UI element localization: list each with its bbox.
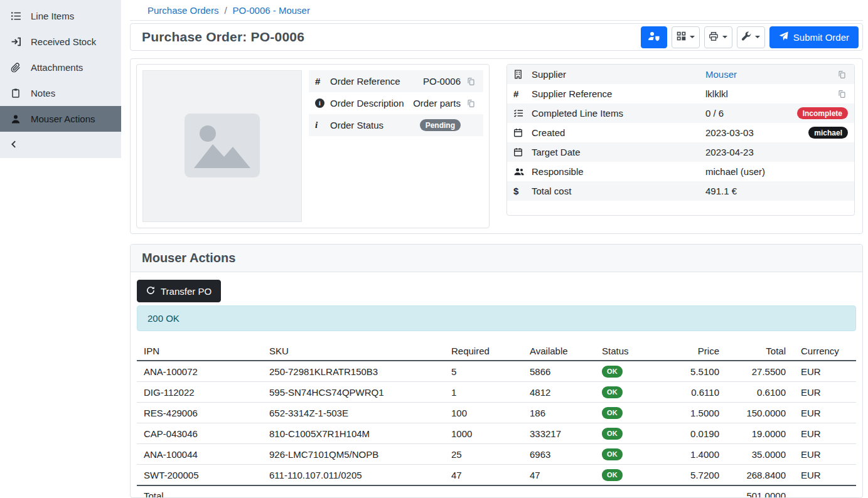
detail-row-order-reference: # Order Reference PO-0006: [309, 70, 483, 92]
status-cell: OK: [595, 444, 664, 465]
table-footer: Total 501.0000: [137, 485, 856, 498]
supplier-link[interactable]: Mouser: [705, 69, 832, 80]
detail-value: michael (user): [705, 166, 842, 177]
ok-badge: OK: [602, 469, 623, 481]
status-cell: OK: [595, 423, 664, 444]
qr-code-icon: [677, 31, 686, 43]
price-cell: 0.6110: [664, 382, 724, 403]
sidebar-item-attachments[interactable]: Attachments: [0, 55, 121, 80]
col-header-price: Price: [664, 342, 724, 361]
user-roles-button[interactable]: [641, 26, 667, 48]
sku-cell: 652-3314Z-1-503E: [262, 403, 444, 423]
detail-row-order-description: i Order Description Order parts: [309, 92, 483, 114]
incomplete-badge: Incomplete: [797, 107, 848, 119]
detail-label: Responsible: [532, 166, 705, 177]
hash-icon: #: [513, 88, 532, 99]
sidebar-item-received-stock[interactable]: Received Stock: [0, 29, 121, 55]
table-row: CAP-043046 810-C1005X7R1H104M 1000 33321…: [137, 423, 856, 444]
required-cell: 5: [444, 361, 523, 382]
main-content: Purchase Orders / PO-0006 - Mouser Purch…: [121, 0, 868, 498]
copy-icon[interactable]: [467, 77, 477, 86]
ok-badge: OK: [602, 366, 623, 378]
detail-row-responsible: Responsible michael (user): [507, 162, 854, 181]
status-cell: OK: [595, 382, 664, 403]
detail-row-completed-line-items: Completed Line Items 0 / 6 Incomplete: [507, 103, 854, 123]
paperclip-icon: [9, 63, 22, 73]
sidebar-item-label: Mouser Actions: [31, 114, 95, 124]
toolbar: Submit Order: [641, 26, 859, 48]
info-circle-icon: i: [315, 98, 330, 108]
status-cell: OK: [595, 465, 664, 486]
order-summary-box: # Order Reference PO-0006 i Order Descri…: [136, 64, 490, 228]
copy-icon[interactable]: [838, 70, 848, 79]
price-cell: 0.0190: [664, 423, 724, 444]
order-details-panel: # Order Reference PO-0006 i Order Descri…: [130, 58, 863, 234]
chevron-down-icon: [722, 36, 727, 38]
sidebar: Line Items Received Stock Attachments No…: [0, 0, 121, 498]
col-header-total: Total: [724, 342, 791, 361]
mouser-actions-panel: Mouser Actions Transfer PO 200 OK: [130, 244, 863, 498]
ipn-cell: ANA-100044: [137, 444, 262, 465]
breadcrumb: Purchase Orders / PO-0006 - Mouser: [130, 0, 863, 21]
paper-plane-icon: [779, 31, 788, 43]
detail-row-supplier-reference: # Supplier Reference lklklkl: [507, 84, 854, 103]
admin-actions-button[interactable]: [737, 26, 765, 48]
breadcrumb-link-purchase-orders[interactable]: Purchase Orders: [147, 5, 218, 16]
ok-badge: OK: [602, 386, 623, 398]
sku-cell: 810-C1005X7R1H104M: [262, 423, 444, 444]
empty-cell: [791, 485, 856, 498]
transfer-po-label: Transfer PO: [161, 286, 212, 297]
breadcrumb-separator: /: [224, 5, 227, 16]
app-root: Line Items Received Stock Attachments No…: [0, 0, 868, 498]
total-cell: 35.0000: [724, 444, 791, 465]
detail-value: lklklkl: [705, 88, 832, 99]
order-detail-table: # Order Reference PO-0006 i Order Descri…: [309, 70, 483, 222]
detail-value: 2023-04-23: [705, 147, 842, 157]
sku-cell: 926-LMC7101QM5/NOPB: [262, 444, 444, 465]
submit-order-label: Submit Order: [793, 32, 849, 43]
barcode-actions-button[interactable]: [672, 26, 700, 48]
copy-icon[interactable]: [838, 90, 848, 98]
ok-badge: OK: [602, 428, 623, 440]
available-cell: 333217: [523, 423, 595, 444]
currency-cell: EUR: [791, 444, 856, 465]
total-row: Total 501.0000: [137, 485, 856, 498]
detail-value: 0 / 6: [705, 108, 791, 119]
sidebar-item-label: Notes: [31, 88, 55, 98]
price-cell: 1.4000: [664, 444, 724, 465]
ipn-cell: DIG-112022: [137, 382, 262, 403]
transfer-po-button[interactable]: Transfer PO: [137, 280, 221, 302]
person-shield-icon: [648, 31, 660, 43]
printer-icon: [709, 31, 719, 43]
print-actions-button[interactable]: [704, 26, 732, 48]
user-icon: [9, 114, 22, 124]
page-header-panel: Purchase Order: PO-0006: [130, 23, 863, 51]
table-row: ANA-100072 250-72981KLRATR150B3 5 5866 O…: [137, 361, 856, 382]
sidebar-item-notes[interactable]: Notes: [0, 80, 121, 106]
detail-label: Order Status: [330, 120, 420, 130]
copy-icon[interactable]: [467, 99, 477, 108]
submit-order-button[interactable]: Submit Order: [769, 26, 859, 48]
table-header: IPN SKU Required Available Status Price …: [137, 342, 856, 361]
building-icon: [513, 70, 532, 79]
dollar-icon: $: [513, 186, 532, 196]
grand-total-value: 501.0000: [724, 485, 791, 498]
detail-label: Supplier: [532, 69, 705, 80]
ok-badge: OK: [602, 407, 623, 419]
order-image-placeholder: [142, 70, 302, 222]
breadcrumb-link-current[interactable]: PO-0006 - Mouser: [233, 5, 310, 16]
detail-row-supplier: Supplier Mouser: [507, 65, 854, 84]
currency-cell: EUR: [791, 465, 856, 486]
detail-label: Supplier Reference: [532, 88, 705, 99]
col-header-currency: Currency: [791, 342, 856, 361]
sidebar-item-mouser-actions[interactable]: Mouser Actions: [0, 106, 121, 132]
ipn-cell: CAP-043046: [137, 423, 262, 444]
calendar-icon: [513, 128, 532, 137]
available-cell: 186: [523, 403, 595, 423]
col-header-ipn: IPN: [137, 342, 262, 361]
required-cell: 1: [444, 382, 523, 403]
price-cell: 1.5000: [664, 403, 724, 423]
sidebar-item-line-items[interactable]: Line Items: [0, 3, 121, 29]
ipn-cell: RES-429006: [137, 403, 262, 423]
sidebar-collapse-button[interactable]: [0, 132, 121, 158]
